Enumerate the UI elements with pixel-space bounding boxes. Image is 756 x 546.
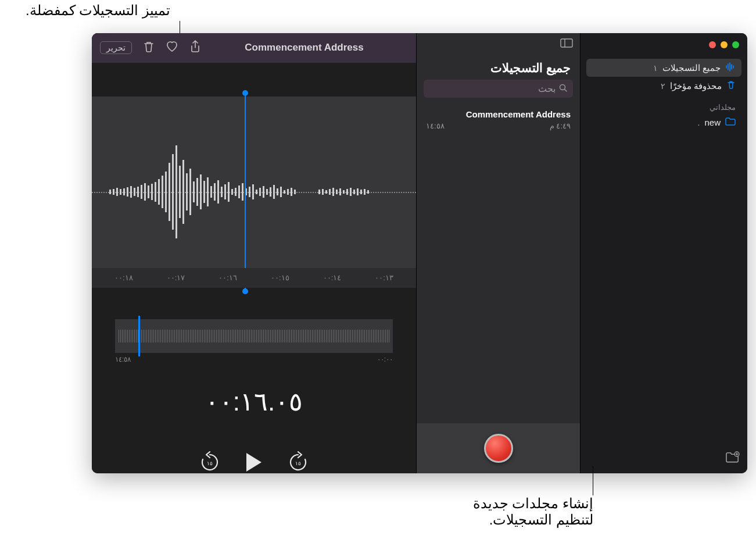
callout-text: إنشاء مجلدات جديدة	[473, 495, 593, 512]
svg-rect-6	[561, 39, 572, 47]
overview-bars	[119, 330, 389, 342]
minimize-window-button[interactable]	[721, 41, 728, 48]
folder-list: جميع التسجيلات ١ محذوفة مؤخرًا ٢ مجلداتي…	[581, 53, 747, 444]
trash-icon	[726, 80, 736, 91]
recordings-list-panel: جميع التسجيلات بحث Commencement Address …	[416, 33, 580, 473]
svg-text:١٥: ١٥	[207, 461, 213, 466]
recording-time: ٤:٤٩ م	[550, 122, 571, 130]
callout-favorite-text: تمييز التسجيلات كمفضلة.	[26, 2, 170, 18]
recording-row[interactable]: Commencement Address ٤:٤٩ م ١٤:٥٨	[417, 104, 580, 136]
waveform-icon	[725, 62, 736, 73]
callout-new-folder: إنشاء مجلدات جديدة لتنظيم التسجيلات.	[473, 495, 593, 528]
sidebar-item-label: new	[704, 117, 721, 127]
search-wrap: بحث	[417, 80, 580, 104]
editor-toolbar: Commencement Address تحرير	[92, 33, 416, 63]
recording-duration: ١٤:٥٨	[426, 122, 445, 130]
overview-end: ١٤:٥٨	[115, 355, 131, 363]
svg-line-9	[565, 89, 567, 91]
playback-controls: ١٥ ١٥	[92, 451, 416, 473]
playhead[interactable]	[245, 93, 246, 291]
my-folders-header: مجلداتي	[586, 95, 741, 114]
search-icon	[559, 84, 567, 94]
overview-labels: ٠٠:٠٠ ١٤:٥٨	[115, 355, 393, 363]
editor-title: Commencement Address	[200, 42, 408, 53]
search-placeholder: بحث	[538, 83, 556, 94]
recording-title: Commencement Address	[426, 109, 571, 119]
toggle-sidebar-button[interactable]	[560, 38, 573, 50]
recordings-titlebar	[417, 33, 580, 55]
waveform-bars	[109, 145, 296, 238]
callout-favorite: تمييز التسجيلات كمفضلة.	[26, 2, 170, 19]
ruler-tick: ٠٠:١٧	[150, 273, 202, 282]
recordings-header: جميع التسجيلات	[417, 55, 580, 80]
sidebar-item-label: محذوفة مؤخرًا	[670, 81, 722, 91]
ruler-tick: ٠٠:١٨	[98, 273, 150, 282]
record-button[interactable]	[484, 434, 513, 463]
editor-panel: Commencement Address تحرير	[92, 33, 416, 473]
sidebar-item-count: ١	[653, 63, 658, 73]
zoom-window-button[interactable]	[732, 41, 739, 48]
sidebar-item-count: ٢	[661, 81, 665, 91]
waveform-display[interactable]: ٠٠:١٣ ٠٠:١٤ ٠٠:١٥ ٠٠:١٦ ٠٠:١٧ ٠٠:١٨	[92, 97, 416, 288]
favorite-button[interactable]	[166, 41, 178, 55]
search-input[interactable]: بحث	[424, 80, 573, 98]
skip-forward-button[interactable]: ١٥	[288, 451, 308, 473]
skip-back-button[interactable]: ١٥	[200, 451, 220, 473]
toolbar-actions: تحرير	[100, 40, 200, 55]
window-controls	[581, 33, 747, 53]
delete-button[interactable]	[144, 41, 154, 55]
overview-waveform[interactable]	[115, 319, 393, 353]
share-button[interactable]	[190, 40, 200, 55]
overview-playhead[interactable]	[138, 316, 140, 356]
callout-line	[593, 466, 593, 495]
sidebar-item-count: .	[698, 118, 700, 127]
callout-text: لتنظيم التسجيلات.	[473, 512, 593, 528]
sidebar-item-folder-new[interactable]: new .	[586, 114, 741, 131]
ruler-tick: ٠٠:١٦	[202, 273, 254, 282]
current-time-display: ٠٠:١٦.٠٥	[92, 387, 416, 416]
record-button-area	[417, 423, 580, 473]
edit-button[interactable]: تحرير	[100, 41, 132, 54]
sidebar-item-all-recordings[interactable]: جميع التسجيلات ١	[586, 59, 741, 77]
new-folder-button[interactable]	[725, 451, 740, 466]
time-ruler: ٠٠:١٣ ٠٠:١٤ ٠٠:١٥ ٠٠:١٦ ٠٠:١٧ ٠٠:١٨	[92, 268, 416, 288]
folders-sidebar: جميع التسجيلات ١ محذوفة مؤخرًا ٢ مجلداتي…	[580, 33, 747, 473]
ruler-tick: ٠٠:١٥	[254, 273, 306, 282]
overview-start: ٠٠:٠٠	[377, 355, 393, 363]
svg-text:١٥: ١٥	[295, 461, 301, 466]
voice-memos-window: جميع التسجيلات ١ محذوفة مؤخرًا ٢ مجلداتي…	[92, 33, 747, 473]
sidebar-footer	[581, 444, 747, 473]
play-button[interactable]	[245, 452, 263, 473]
close-window-button[interactable]	[709, 41, 716, 48]
ruler-tick: ٠٠:١٤	[306, 273, 359, 282]
ruler-tick: ٠٠:١٣	[358, 273, 410, 282]
waveform-bars	[318, 188, 369, 196]
sidebar-item-recently-deleted[interactable]: محذوفة مؤخرًا ٢	[586, 77, 741, 95]
folder-icon	[725, 117, 736, 127]
sidebar-item-label: جميع التسجيلات	[662, 63, 721, 73]
